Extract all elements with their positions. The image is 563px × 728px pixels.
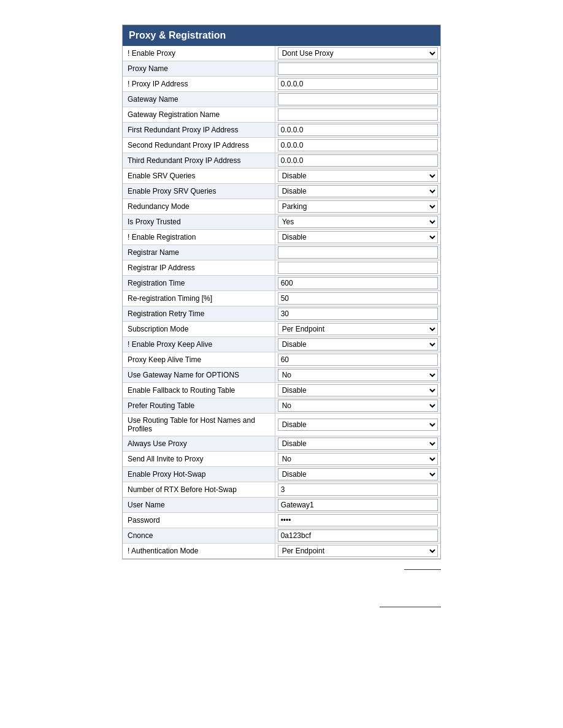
row-label: Always Use Proxy xyxy=(123,436,275,451)
row-select[interactable]: Per EndpointPer Gateway xyxy=(278,323,438,335)
row-label: Re-registration Timing [%] xyxy=(123,291,275,306)
table-row: ! Enable Proxy Keep AliveDisableEnable xyxy=(123,337,440,352)
row-value[interactable] xyxy=(275,77,440,91)
table-row: Enable Fallback to Routing TableDisableE… xyxy=(123,383,440,398)
row-select[interactable]: NoYes xyxy=(278,400,438,412)
row-value[interactable]: DisableEnable xyxy=(275,383,440,398)
row-value[interactable] xyxy=(275,291,440,306)
row-value[interactable]: DisableEnable xyxy=(275,230,440,245)
row-input-text[interactable] xyxy=(278,63,438,75)
row-input-text[interactable] xyxy=(278,139,438,151)
row-value[interactable]: YesNo xyxy=(275,214,440,229)
row-label: Use Gateway Name for OPTIONS xyxy=(123,368,275,382)
table-row: Re-registration Timing [%] xyxy=(123,291,440,306)
row-input-text[interactable] xyxy=(278,354,438,366)
row-input-text[interactable] xyxy=(278,154,438,167)
row-select[interactable]: DisableEnable xyxy=(278,185,438,197)
page-container: Proxy & Registration ! Enable ProxyDont … xyxy=(122,25,441,607)
row-value[interactable] xyxy=(275,482,440,497)
row-value[interactable]: DisableEnable xyxy=(275,184,440,199)
table-row: Always Use ProxyDisableEnable xyxy=(123,436,440,452)
row-input-text[interactable] xyxy=(278,292,438,305)
row-label: Enable Proxy Hot-Swap xyxy=(123,467,275,482)
table-row: Send All Invite to ProxyNoYes xyxy=(123,452,440,467)
row-input-password[interactable] xyxy=(278,514,438,526)
row-select[interactable]: DisableEnable xyxy=(278,468,438,480)
row-select[interactable]: DisableEnable xyxy=(278,170,438,182)
row-select[interactable]: DisableEnable xyxy=(278,438,438,450)
row-label: Enable Proxy SRV Queries xyxy=(123,184,275,199)
row-value[interactable]: DisableEnable xyxy=(275,467,440,482)
row-value[interactable] xyxy=(275,260,440,275)
row-value[interactable] xyxy=(275,138,440,153)
row-value[interactable] xyxy=(275,498,440,512)
table-row: Password xyxy=(123,513,440,528)
row-value[interactable] xyxy=(275,61,440,76)
row-label: Use Routing Table for Host Names and Pro… xyxy=(123,414,275,436)
row-label: Password xyxy=(123,513,275,528)
row-label: Gateway Registration Name xyxy=(123,107,275,122)
row-select[interactable]: NoYes xyxy=(278,369,438,381)
row-label: ! Enable Proxy Keep Alive xyxy=(123,337,275,352)
row-label: Redundancy Mode xyxy=(123,199,275,214)
row-value[interactable]: NoYes xyxy=(275,398,440,413)
row-select[interactable]: Dont Use ProxyUse Proxy xyxy=(278,47,438,59)
row-value[interactable]: Per EndpointPer Gateway xyxy=(275,322,440,336)
table-row: Gateway Name xyxy=(123,92,440,107)
row-input-text[interactable] xyxy=(278,499,438,511)
row-value[interactable]: Dont Use ProxyUse Proxy xyxy=(275,46,440,61)
row-select[interactable]: DisableEnable xyxy=(278,419,438,431)
row-label: Cnonce xyxy=(123,528,275,543)
row-input-text[interactable] xyxy=(278,246,438,259)
row-label: Second Redundant Proxy IP Address xyxy=(123,138,275,153)
row-value[interactable]: DisableEnable xyxy=(275,436,440,451)
row-label: First Redundant Proxy IP Address xyxy=(123,123,275,137)
row-input-text[interactable] xyxy=(278,483,438,496)
row-label: Number of RTX Before Hot-Swap xyxy=(123,482,275,497)
table-row: Enable SRV QueriesDisableEnable xyxy=(123,169,440,184)
bottom-line-1 xyxy=(404,569,441,570)
row-value[interactable] xyxy=(275,306,440,321)
row-label: User Name xyxy=(123,498,275,512)
row-label: Prefer Routing Table xyxy=(123,398,275,413)
bottom-line-2 xyxy=(380,607,441,607)
table-row: ! Proxy IP Address xyxy=(123,77,440,92)
row-value[interactable] xyxy=(275,245,440,260)
row-value[interactable]: DisableEnable xyxy=(275,414,440,436)
row-input-text[interactable] xyxy=(278,277,438,289)
row-value[interactable]: NoYes xyxy=(275,368,440,382)
row-value[interactable] xyxy=(275,123,440,137)
table-row: ! Enable ProxyDont Use ProxyUse Proxy xyxy=(123,46,440,61)
row-input-text[interactable] xyxy=(278,108,438,121)
row-value[interactable] xyxy=(275,107,440,122)
row-input-text[interactable] xyxy=(278,308,438,320)
row-input-text[interactable] xyxy=(278,124,438,136)
table-row: Registrar IP Address xyxy=(123,260,440,276)
row-value[interactable] xyxy=(275,513,440,528)
table-row: Proxy Keep Alive Time xyxy=(123,352,440,368)
row-value[interactable]: ParkingActive xyxy=(275,199,440,214)
row-input-text[interactable] xyxy=(278,262,438,274)
row-select[interactable]: ParkingActive xyxy=(278,200,438,213)
row-select[interactable]: DisableEnable xyxy=(278,231,438,243)
table-row: Third Redundant Proxy IP Address xyxy=(123,153,440,169)
row-input-text[interactable] xyxy=(278,93,438,105)
table-row: Registration Retry Time xyxy=(123,306,440,322)
row-select[interactable]: Per EndpointPer Gateway xyxy=(278,545,438,557)
row-select[interactable]: NoYes xyxy=(278,453,438,465)
row-value[interactable]: DisableEnable xyxy=(275,337,440,352)
row-value[interactable] xyxy=(275,352,440,367)
row-value[interactable] xyxy=(275,153,440,168)
row-input-text[interactable] xyxy=(278,529,438,542)
row-select[interactable]: DisableEnable xyxy=(278,384,438,396)
row-value[interactable] xyxy=(275,92,440,107)
row-value[interactable]: DisableEnable xyxy=(275,169,440,183)
row-select[interactable]: DisableEnable xyxy=(278,338,438,351)
row-value[interactable] xyxy=(275,528,440,543)
table-row: Proxy Name xyxy=(123,61,440,77)
row-value[interactable]: NoYes xyxy=(275,452,440,466)
row-value[interactable] xyxy=(275,276,440,290)
row-input-text[interactable] xyxy=(278,78,438,90)
row-select[interactable]: YesNo xyxy=(278,216,438,228)
row-value[interactable]: Per EndpointPer Gateway xyxy=(275,544,440,558)
